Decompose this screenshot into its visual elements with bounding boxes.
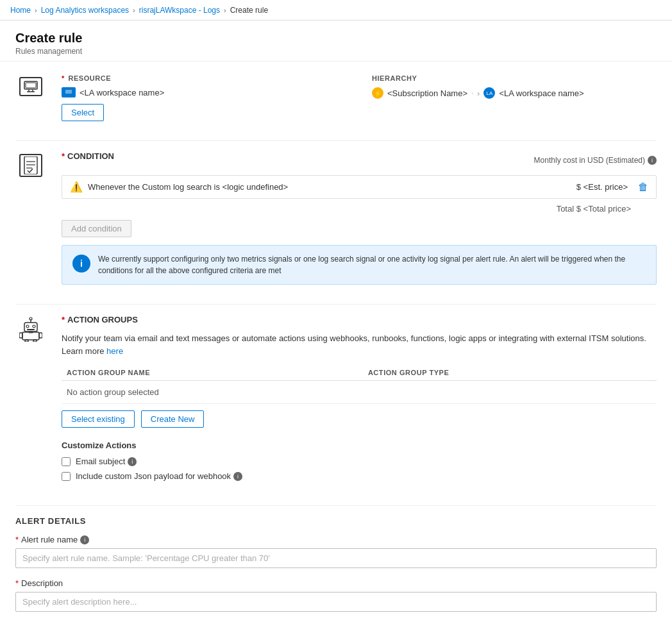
svg-rect-16 <box>27 329 35 330</box>
breadcrumb-workspace-list[interactable]: Log Analytics workspaces <box>41 6 129 15</box>
svg-rect-20 <box>25 340 28 342</box>
resource-box-icon <box>19 77 42 96</box>
breadcrumb-workspace[interactable]: risrajLAWkspace - Logs <box>139 6 220 15</box>
monthly-cost-label: Monthly cost in USD (Estimated) i <box>534 156 657 165</box>
webhook-row: Include custom Json payload for webhook … <box>62 471 657 481</box>
hierarchy-chevron: › <box>477 88 480 98</box>
col-header-name: ACTION GROUP NAME <box>62 365 363 381</box>
condition-section: * CONDITION Monthly cost in USD (Estimat… <box>15 151 657 285</box>
description-input[interactable] <box>15 592 657 612</box>
webhook-checkbox[interactable] <box>62 472 71 481</box>
learn-more-link[interactable]: here <box>106 346 123 356</box>
description-required-star: * <box>15 578 19 588</box>
action-groups-empty-row: No action group selected <box>62 381 657 404</box>
condition-required-star: * <box>62 151 65 161</box>
action-groups-icon <box>15 315 46 340</box>
create-new-button[interactable]: Create New <box>141 410 205 428</box>
svg-rect-6 <box>65 90 72 94</box>
rule-name-input[interactable] <box>15 548 657 568</box>
resource-svg-icon <box>24 81 38 92</box>
condition-svg-icon <box>23 156 38 174</box>
breadcrumb-home[interactable]: Home <box>10 6 31 15</box>
svg-rect-19 <box>39 333 42 338</box>
condition-title: * CONDITION <box>62 151 114 161</box>
info-banner-text: We currently support configuring only tw… <box>98 253 646 276</box>
resource-grid: * RESOURCE <LA workspace name> Select HI… <box>62 74 657 121</box>
condition-box-icon <box>19 154 42 177</box>
la-workspace-icon <box>62 87 76 97</box>
la-workspace-hierarchy-name: <LA workspace name> <box>499 88 584 98</box>
action-groups-header-row: ACTION GROUP NAME ACTION GROUP TYPE <box>62 365 657 381</box>
customize-actions-section: Customize Actions Email subject i Includ… <box>62 441 657 481</box>
svg-rect-17 <box>22 332 39 340</box>
webhook-info-icon[interactable]: i <box>233 472 242 481</box>
condition-row-left: ⚠️ Whenever the Custom log search is <lo… <box>70 181 551 193</box>
monthly-cost-info-icon[interactable]: i <box>648 156 657 165</box>
robot-svg-icon <box>19 317 42 340</box>
col-header-type: ACTION GROUP TYPE <box>363 365 657 381</box>
info-banner: i We currently support configuring only … <box>62 245 657 285</box>
action-groups-table-body: No action group selected <box>62 381 657 404</box>
svg-point-13 <box>33 325 35 328</box>
resource-section: * RESOURCE <LA workspace name> Select HI… <box>15 74 657 121</box>
customize-title: Customize Actions <box>62 441 657 450</box>
page-subtitle: Rules management <box>15 47 657 56</box>
top-navigation-bar: Home › Log Analytics workspaces › risraj… <box>0 0 672 21</box>
breadcrumb-current: Create rule <box>230 6 268 15</box>
alert-details-title: ALERT DETAILS <box>15 516 657 526</box>
svg-rect-1 <box>26 83 36 88</box>
empty-message: No action group selected <box>62 381 657 404</box>
breadcrumb: Home › Log Analytics workspaces › risraj… <box>10 6 268 15</box>
email-subject-checkbox[interactable] <box>62 457 71 466</box>
email-subject-info-icon[interactable]: i <box>128 457 137 466</box>
rule-name-field-group: * Alert rule name i <box>15 535 657 568</box>
page-title: Create rule <box>15 31 657 46</box>
resource-required-star: * <box>62 74 65 82</box>
hierarchy-col-label: HIERARCHY <box>372 74 657 82</box>
add-condition-button[interactable]: Add condition <box>62 220 131 237</box>
webhook-label: Include custom Json payload for webhook … <box>76 471 242 481</box>
resource-col: * RESOURCE <LA workspace name> Select <box>62 74 346 121</box>
action-groups-table: ACTION GROUP NAME ACTION GROUP TYPE No a… <box>62 365 657 404</box>
condition-icon <box>15 151 46 177</box>
action-groups-title: * ACTION GROUPS <box>62 315 657 324</box>
alert-details-section: ALERT DETAILS * Alert rule name i * Desc… <box>15 516 657 612</box>
svg-point-12 <box>26 325 29 328</box>
breadcrumb-sep-3: › <box>224 6 226 14</box>
divider-2 <box>15 304 657 305</box>
select-resource-button[interactable]: Select <box>62 104 104 121</box>
svg-rect-7 <box>24 156 37 174</box>
email-subject-label: Email subject i <box>76 457 137 466</box>
action-groups-buttons: Select existing Create New <box>62 410 657 428</box>
condition-header: * CONDITION Monthly cost in USD (Estimat… <box>62 151 657 169</box>
description-label: * Description <box>15 578 657 588</box>
action-groups-section: * ACTION GROUPS Notify your team via ema… <box>15 315 657 486</box>
action-groups-section-body: * ACTION GROUPS Notify your team via ema… <box>62 315 657 486</box>
resource-item: <LA workspace name> <box>62 87 346 97</box>
condition-error-icon: ⚠️ <box>70 181 83 193</box>
hierarchy-col: HIERARCHY ⚡ <Subscription Name> · › LA <… <box>372 74 657 121</box>
divider-3 <box>15 505 657 506</box>
svg-rect-21 <box>33 340 37 342</box>
resource-name: <LA workspace name> <box>80 88 164 97</box>
subscription-icon: ⚡ <box>372 87 383 99</box>
select-existing-button[interactable]: Select existing <box>62 410 135 428</box>
est-price: $ <Est. price> <box>551 182 628 192</box>
subscription-name: <Subscription Name> <box>387 88 467 98</box>
hierarchy-dot: · <box>471 89 473 97</box>
hierarchy-row: ⚡ <Subscription Name> · › LA <LA workspa… <box>372 87 657 99</box>
rule-name-info-icon[interactable]: i <box>80 535 89 544</box>
resource-icon <box>15 74 46 96</box>
description-field-group: * Description <box>15 578 657 612</box>
total-row: Total $ <Total price> <box>62 204 657 214</box>
info-banner-icon: i <box>72 255 90 273</box>
main-content: * RESOURCE <LA workspace name> Select HI… <box>0 62 672 622</box>
delete-condition-icon[interactable]: 🗑 <box>638 181 648 193</box>
condition-section-body: * CONDITION Monthly cost in USD (Estimat… <box>62 151 657 285</box>
la-workspace-hierarchy-icon: LA <box>483 87 495 99</box>
action-groups-description: Notify your team via email and text mess… <box>62 332 657 357</box>
condition-row-right: $ <Est. price> 🗑 <box>551 181 648 193</box>
action-groups-table-header: ACTION GROUP NAME ACTION GROUP TYPE <box>62 365 657 381</box>
email-subject-row: Email subject i <box>62 457 657 466</box>
divider-1 <box>15 140 657 141</box>
